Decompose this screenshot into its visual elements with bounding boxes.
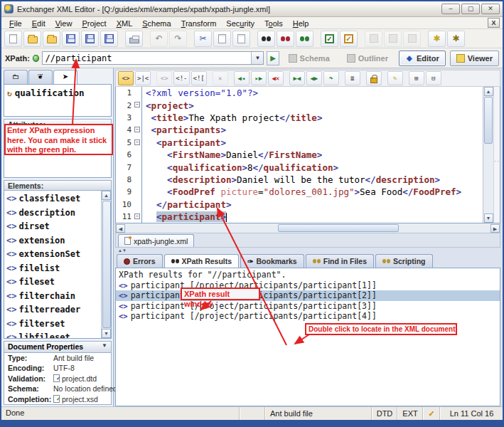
paste-button[interactable]	[232, 31, 250, 47]
sidebar-navigator-tab[interactable]: ➤	[53, 70, 77, 84]
xpath-dropdown-icon[interactable]: ▼	[251, 52, 263, 64]
element-item-filterreader[interactable]: <>filterreader	[6, 303, 101, 317]
code-line-7[interactable]: 7 <qualification>8</qualification>	[116, 161, 483, 173]
unlink-button[interactable]	[403, 31, 421, 47]
save-button[interactable]	[62, 31, 80, 47]
menu-transform[interactable]: Transform	[176, 19, 222, 28]
scroll-down-icon[interactable]: ▼	[484, 214, 493, 223]
fold-toggle-icon[interactable]: −	[134, 102, 140, 107]
element-item-dirset[interactable]: <>dirset	[6, 220, 101, 234]
element-item-classfileset[interactable]: <>classfileset	[6, 192, 101, 206]
save-as-button[interactable]	[81, 31, 99, 47]
find-button[interactable]	[257, 31, 275, 47]
collapse-node-button[interactable]: ⊟	[426, 71, 441, 85]
goto-open-tag-button[interactable]: ▶◀	[289, 71, 305, 85]
element-item-description[interactable]: <>description	[6, 206, 101, 221]
fold-toggle-icon[interactable]: −	[134, 127, 140, 132]
find-in-files-button[interactable]	[296, 31, 313, 47]
element-item-filterset[interactable]: <>filterset	[6, 317, 101, 332]
view-button-editor[interactable]: ◈Editor	[399, 51, 446, 66]
elements-scrollbar[interactable]: ▲ ▼	[101, 191, 111, 338]
undo-button[interactable]: ↶	[150, 31, 168, 47]
scroll-thumb[interactable]	[102, 201, 111, 328]
editor-horizontal-scrollbar[interactable]: ◀ ▶	[115, 223, 500, 233]
close-button[interactable]: ✕	[481, 4, 500, 14]
split-tag-button[interactable]: >|<	[135, 71, 151, 85]
xpath-result-row[interactable]: <>participant [/project/participants/par…	[116, 311, 500, 322]
menu-file[interactable]: File	[4, 19, 27, 28]
open-button[interactable]	[23, 31, 41, 47]
lock-button[interactable]	[366, 71, 382, 85]
view-button-outliner[interactable]: Outliner	[341, 51, 395, 66]
remove-tag-button[interactable]: ✕	[213, 71, 228, 85]
tab-find-in-files[interactable]: Find in Files	[306, 254, 374, 268]
view-button-schema[interactable]: Schema	[282, 51, 336, 66]
redo-button[interactable]: ↷	[169, 31, 187, 47]
cdata-button[interactable]: <![	[191, 71, 207, 85]
next-occurrence-button[interactable]: ▸▶	[251, 71, 267, 85]
document-properties-header[interactable]: Document Properties ▼	[4, 342, 111, 353]
code-line-3[interactable]: 3 <title>The Xpath project</title>	[116, 112, 483, 124]
minimize-button[interactable]: –	[441, 4, 460, 14]
panel-splitter[interactable]: ▲▼	[115, 248, 500, 253]
element-item-extension[interactable]: <>extension	[6, 234, 101, 248]
element-item-filelist[interactable]: <>filelist	[6, 262, 101, 276]
print-button[interactable]	[125, 31, 143, 47]
scroll-up-icon[interactable]: ▲	[484, 87, 493, 96]
green-pin-icon[interactable]	[33, 55, 39, 62]
scroll-right-icon[interactable]: ▶	[490, 224, 500, 233]
validate-button[interactable]: ✓	[340, 31, 358, 47]
sidebar-history-tab[interactable]: ❦	[28, 70, 53, 84]
view-button-viewer[interactable]: Viewer	[450, 51, 499, 66]
maximize-button[interactable]: ▢	[461, 4, 480, 14]
xpath-result-row[interactable]: <>participant [/project/participants/par…	[116, 280, 500, 291]
tab-errors[interactable]: Errors	[117, 254, 163, 268]
code-line-8[interactable]: 8 <description>Daniel will be the tutor<…	[116, 174, 483, 186]
tab-xpath-jungle[interactable]: xpath-jungle.xml	[118, 234, 194, 247]
code-line-5[interactable]: 5− <participant>	[116, 137, 483, 149]
menu-help[interactable]: Help	[288, 19, 314, 28]
scroll-thumb[interactable]	[278, 224, 399, 232]
element-item-extensionSet[interactable]: <>extensionSet	[6, 248, 101, 262]
xpath-result-row[interactable]: <>participant [/project/participants/par…	[116, 301, 500, 312]
tab-xpath-results[interactable]: XPath Results	[164, 254, 240, 268]
element-item-fileset[interactable]: <>fileset	[6, 275, 101, 290]
scroll-left-icon[interactable]: ◀	[116, 224, 125, 233]
comment-button[interactable]: <!-	[173, 71, 189, 85]
preferences-button[interactable]: ✱	[428, 31, 446, 47]
code-line-10[interactable]: 10 </participant>	[116, 199, 483, 211]
save-all-button[interactable]	[100, 31, 118, 47]
fold-toggle-icon[interactable]: −	[134, 139, 140, 145]
chevron-down-icon[interactable]: ▼	[102, 342, 107, 352]
element-item-filterchain[interactable]: <>filterchain	[6, 290, 101, 304]
empty-tag-button[interactable]: <>	[156, 71, 172, 85]
xpath-result-row[interactable]: <>participant [/project/participants/par…	[116, 290, 500, 301]
expand-node-button[interactable]: ⊞	[409, 71, 424, 85]
menu-project[interactable]: Project	[77, 19, 111, 28]
code-line-6[interactable]: 6 <FirstName>Daniel</FirstName>	[116, 149, 483, 161]
sync-button[interactable]	[365, 31, 382, 47]
xpath-input[interactable]	[43, 53, 252, 63]
prev-occurrence-button[interactable]: ◀◂	[234, 71, 250, 85]
goto-close-tag-button[interactable]: ◀▶	[306, 71, 322, 85]
scroll-down-icon[interactable]: ▼	[102, 329, 111, 338]
scroll-thumb[interactable]	[484, 97, 493, 144]
xml-code-editor[interactable]: 1<?xml version="1.0"?>2−<project>3 <titl…	[116, 87, 483, 223]
menu-tools[interactable]: Tools	[259, 19, 288, 28]
copy-button[interactable]	[213, 31, 231, 47]
menu-schema[interactable]: Schema	[137, 19, 176, 28]
code-line-2[interactable]: 2−<project>	[116, 99, 483, 111]
code-line-9[interactable]: 9 <FoodPref picture="dolores_001.jpg">Se…	[116, 186, 483, 198]
menu-xml[interactable]: XML	[112, 19, 138, 28]
xpath-execute-button[interactable]: ▶	[267, 51, 279, 65]
editor-vertical-scrollbar[interactable]: ▲ ▼	[483, 87, 493, 223]
scroll-up-icon[interactable]: ▲	[102, 191, 111, 200]
options-button[interactable]: ✱	[447, 31, 465, 47]
code-line-4[interactable]: 4− <participants>	[116, 124, 483, 136]
cut-button[interactable]: ✂	[194, 31, 212, 47]
format-button[interactable]: ≣	[345, 71, 360, 85]
code-line-1[interactable]: 1<?xml version="1.0"?>	[116, 87, 483, 99]
highlight-button[interactable]: ✎	[387, 71, 403, 85]
open-from-button[interactable]	[43, 31, 60, 47]
tab-scripting[interactable]: Scripting	[375, 254, 433, 268]
